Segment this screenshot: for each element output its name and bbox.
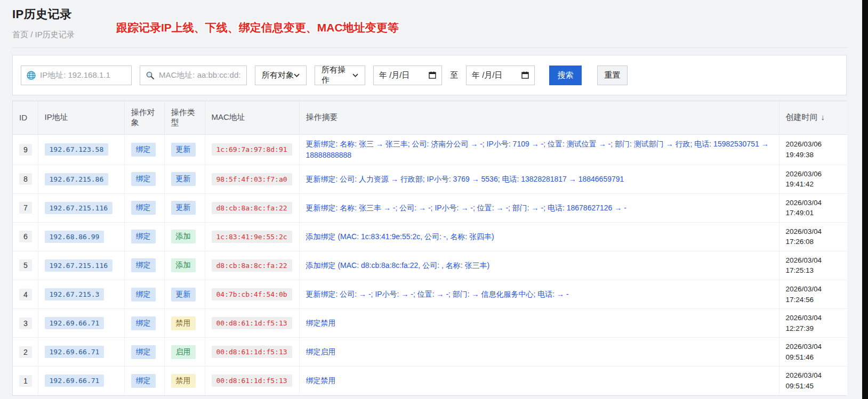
operation-type-badge: 禁用 — [171, 374, 196, 388]
operation-type-badge: 禁用 — [171, 316, 196, 330]
operation-object-badge: 绑定 — [131, 172, 156, 186]
action-filter-select[interactable]: 所有操作 — [315, 66, 365, 85]
operation-object-badge: 绑定 — [131, 316, 156, 330]
created-time: 2026/03/0417:24:56 — [779, 280, 847, 309]
table-row: 3 192.69.66.71 绑定 禁用 00:d8:61:1d:f5:13 绑… — [13, 309, 847, 338]
ip-value: 192.69.66.71 — [45, 317, 105, 329]
row-id: 7 — [19, 202, 32, 214]
search-icon — [146, 71, 155, 80]
operation-object-badge: 绑定 — [131, 288, 156, 302]
row-id: 5 — [19, 259, 32, 271]
header-divider — [12, 47, 847, 48]
created-time: 2026/03/0417:25:13 — [779, 251, 847, 280]
operation-type-badge: 更新 — [171, 288, 196, 302]
operation-summary-link[interactable]: 更新绑定: 公司: 人力资源 → 行政部; IP小号: 3769 → 5536;… — [306, 174, 624, 185]
table-row: 2 192.69.66.71 绑定 启用 00:d8:61:1d:f5:13 绑… — [13, 338, 847, 367]
created-time: 2026/03/0619:41:42 — [779, 165, 847, 193]
globe-icon — [27, 71, 36, 80]
operation-object-badge: 绑定 — [131, 201, 156, 215]
operation-type-badge: 添加 — [171, 230, 196, 243]
annotation-text: 跟踪记录IP上线、下线、绑定信息变更、MAC地址变更等 — [116, 20, 399, 35]
table-row: 8 192.67.215.86 绑定 更新 98:5f:4f:03:f7:a0 … — [13, 165, 847, 193]
page-header: IP历史记录 首页 / IP历史记录 跟踪记录IP上线、下线、绑定信息变更、MA… — [12, 0, 847, 40]
date-range-to-label: 至 — [450, 70, 458, 80]
operation-type-badge: 启用 — [171, 345, 196, 359]
history-table-card: ID IP地址 操作对象 操作类型 MAC地址 操作摘要 创建时间↓ 9 192… — [12, 101, 847, 396]
operation-summary-link[interactable]: 绑定禁用 — [306, 317, 336, 329]
date-to-input[interactable]: 年 /月/日 — [466, 66, 535, 85]
sort-desc-icon[interactable]: ↓ — [821, 112, 825, 121]
ip-value: 192.67.215.116 — [45, 259, 113, 272]
operation-type-badge: 更新 — [171, 201, 196, 215]
window-edge-strip — [862, 0, 868, 399]
header-type: 操作类型 — [164, 101, 205, 134]
operation-summary-link[interactable]: 更新绑定: 公司: → -; IP小号: → -; 位置: → -; 部门: →… — [306, 289, 569, 300]
date-from-input[interactable]: 年 /月/日 — [373, 66, 442, 85]
table-row: 1 192.69.66.71 绑定 禁用 00:d8:61:1d:f5:13 绑… — [13, 367, 847, 395]
row-id: 8 — [19, 173, 32, 185]
mac-value: 98:5f:4f:03:f7:a0 — [212, 173, 292, 185]
ip-value: 192.69.66.71 — [45, 346, 105, 358]
header-mac: MAC地址 — [205, 101, 299, 134]
created-time: 2026/03/0619:49:38 — [779, 134, 847, 165]
chevron-down-icon — [352, 74, 358, 77]
mac-value: 00:d8:61:1d:f5:13 — [212, 346, 292, 358]
table-row: 4 192.67.215.3 绑定 更新 04:7b:cb:4f:54:0b 更… — [13, 280, 847, 309]
reset-button[interactable]: 重置 — [597, 66, 628, 85]
ip-input-placeholder: IP地址: 192.168.1.1 — [40, 70, 110, 80]
operation-summary-link[interactable]: 绑定启用 — [306, 346, 336, 357]
row-id: 3 — [19, 317, 32, 329]
operation-summary-link[interactable]: 添加绑定 (MAC: d8:cb:8a:8c:fa:22, 公司: , 名称: … — [306, 260, 490, 271]
operation-object-badge: 绑定 — [131, 258, 156, 272]
created-time: 2026/03/0412:27:39 — [779, 309, 847, 338]
ip-value: 192.69.66.71 — [45, 374, 105, 387]
operation-summary-link[interactable]: 绑定禁用 — [306, 375, 336, 386]
row-id: 9 — [19, 144, 32, 156]
search-button[interactable]: 搜索 — [549, 66, 582, 85]
table-row: 7 192.67.215.116 绑定 更新 d8:cb:8a:8c:fa:22… — [13, 193, 847, 222]
header-object: 操作对象 — [124, 101, 164, 134]
ip-search-input[interactable]: IP地址: 192.168.1.1 — [21, 66, 132, 85]
operation-object-badge: 绑定 — [131, 345, 156, 359]
header-created-sortable[interactable]: 创建时间↓ — [779, 101, 847, 134]
mac-search-input[interactable]: MAC地址: aa:bb:cc:dd:e — [140, 66, 247, 85]
mac-value: 00:d8:61:1d:f5:13 — [212, 317, 292, 329]
created-time: 2026/03/0409:51:46 — [779, 338, 847, 367]
row-id: 4 — [19, 289, 32, 300]
history-table: ID IP地址 操作对象 操作类型 MAC地址 操作摘要 创建时间↓ 9 192… — [13, 101, 847, 395]
calendar-icon — [429, 71, 436, 79]
date-from-value: 年 /月/日 — [379, 70, 410, 80]
operation-type-badge: 更新 — [171, 143, 196, 157]
mac-value: 04:7b:cb:4f:54:0b — [212, 288, 292, 300]
mac-value: d8:cb:8a:8c:fa:22 — [212, 259, 292, 272]
header-id: ID — [13, 101, 38, 134]
header-summary: 操作摘要 — [299, 101, 779, 134]
object-filter-select[interactable]: 所有对象 — [255, 66, 307, 85]
ip-value: 192.67.215.86 — [45, 173, 109, 185]
mac-value: d8:cb:8a:8c:fa:22 — [212, 202, 292, 214]
object-select-value: 所有对象 — [262, 70, 294, 80]
table-header-row: ID IP地址 操作对象 操作类型 MAC地址 操作摘要 创建时间↓ — [13, 101, 847, 134]
filter-bar: IP地址: 192.168.1.1 MAC地址: aa:bb:cc:dd:e 所… — [12, 55, 847, 95]
table-row: 6 192.68.86.99 绑定 添加 1c:83:41:9e:55:2c 添… — [13, 222, 847, 251]
operation-summary-link[interactable]: 添加绑定 (MAC: 1c:83:41:9e:55:2c, 公司: -, 名称:… — [306, 231, 494, 242]
table-row: 5 192.67.215.116 绑定 添加 d8:cb:8a:8c:fa:22… — [13, 251, 847, 280]
operation-object-badge: 绑定 — [131, 374, 156, 388]
row-id: 1 — [19, 375, 32, 387]
mac-value: 00:d8:61:1d:f5:13 — [212, 374, 292, 387]
operation-object-badge: 绑定 — [131, 230, 156, 243]
ip-value: 192.68.86.99 — [45, 231, 105, 243]
ip-value: 192.67.215.3 — [45, 288, 105, 300]
operation-summary-link[interactable]: 更新绑定: 名称: 张三 → 张三丰; 公司: 济南分公司 → -; IP小号:… — [306, 139, 773, 161]
mac-value: 1c:69:7a:97:8d:91 — [212, 143, 292, 156]
operation-summary-link[interactable]: 更新绑定: 名称: 张三丰 → -; 公司: → -; IP小号: → -; 位… — [306, 202, 626, 214]
date-to-value: 年 /月/日 — [472, 70, 503, 80]
ip-value: 192.67.215.116 — [45, 202, 113, 214]
operation-type-badge: 添加 — [171, 258, 196, 272]
operation-object-badge: 绑定 — [131, 143, 156, 157]
table-row: 9 192.67.123.58 绑定 更新 1c:69:7a:97:8d:91 … — [13, 134, 847, 165]
created-time: 2026/03/0417:49:01 — [779, 193, 847, 222]
header-ip: IP地址 — [38, 101, 124, 134]
created-time: 2026/03/0417:26:08 — [779, 222, 847, 251]
ip-value: 192.67.123.58 — [45, 143, 109, 156]
